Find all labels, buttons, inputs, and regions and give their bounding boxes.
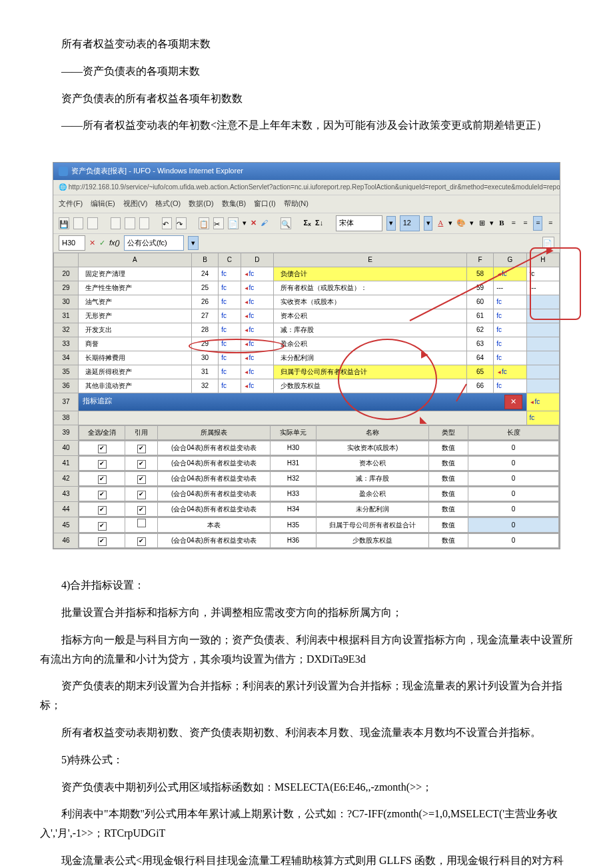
cell[interactable]: 减：库存股 [274,323,467,337]
checkbox-cell[interactable]: ✔ [125,441,158,455]
cell[interactable]: fc [494,379,526,393]
cell[interactable]: 资本公积 [274,309,467,323]
cell[interactable]: ◄fc [241,323,273,337]
cell[interactable]: 商誉 [79,337,192,351]
column-header[interactable]: B [191,253,218,267]
copy-icon[interactable]: 📋 [199,217,209,229]
cell[interactable] [526,295,560,309]
cell[interactable]: ◄fc [241,267,273,281]
cell[interactable]: 66 [466,379,493,393]
cell[interactable]: 无形资产 [79,309,192,323]
column-header[interactable]: D [241,253,273,267]
formula-input[interactable]: 公有公式(fc) [124,235,184,251]
tool-icon[interactable] [87,217,97,229]
cell[interactable]: ◄fc [241,295,273,309]
cell[interactable]: fc [526,411,560,425]
font-dropdown[interactable]: ▾ [386,216,396,231]
cell[interactable]: 开发支出 [79,323,192,337]
dialog-col-select[interactable]: 全选/全消 [79,426,125,440]
cell[interactable]: fc [219,323,241,337]
tool-icon[interactable] [125,217,135,229]
cell[interactable]: fc [494,351,526,365]
row-header[interactable]: 33 [54,337,79,351]
delete-icon[interactable]: ✕ [251,217,257,230]
checkbox-cell[interactable]: ✔ [79,472,125,486]
checkbox-cell[interactable]: ✔ [79,457,125,471]
menu-file[interactable]: 文件(F) [59,197,83,211]
cell[interactable]: fc [219,337,241,351]
row-header[interactable]: 42 [54,471,79,487]
row-header[interactable]: 36 [54,379,79,393]
cell[interactable]: 少数股东权益 [274,379,467,393]
cell[interactable]: --- [494,281,526,295]
cell[interactable]: 60 [466,295,493,309]
cell[interactable]: 59 [466,281,493,295]
dialog-col-len[interactable]: 长度 [468,426,559,440]
cell[interactable] [526,379,560,393]
cell[interactable]: fc [494,309,526,323]
cell[interactable]: 65 [466,365,493,379]
cell[interactable]: 63 [466,337,493,351]
cell[interactable]: 58 [466,267,493,281]
fontsize-dropdown[interactable]: ▾ [424,216,433,231]
cell[interactable]: 29 [191,337,218,351]
cancel-icon[interactable]: ✕ [89,237,95,250]
cell[interactable]: 其他非流动资产 [79,379,192,393]
tool-icon[interactable]: 📄 [542,237,554,249]
cell[interactable]: 25 [191,281,218,295]
checkbox-cell[interactable]: ✔ [125,534,158,548]
row-header[interactable]: 38 [54,411,79,425]
tool-dropdown[interactable]: ▾ [243,217,247,230]
cell[interactable]: 生产性生物资产 [79,281,192,295]
dialog-col-type[interactable]: 类型 [429,426,468,440]
cell[interactable]: 26 [191,295,218,309]
cell[interactable]: ◄fc [241,365,273,379]
cell[interactable]: fc [494,295,526,309]
cell[interactable]: 负债合计 [274,267,467,281]
row-header[interactable]: 20 [54,267,79,281]
cell[interactable] [526,365,560,379]
cell[interactable]: ◄fc [494,267,526,281]
cell[interactable]: ◄fc [241,351,273,365]
sum-icon[interactable]: Σₓ [303,217,311,230]
menu-edit[interactable]: 编辑(E) [91,197,115,211]
spreadsheet[interactable]: ABCDEFGH 20 固定资产清理 24 fc ◄fc 负债合计 58 ◄fc… [53,253,560,549]
cell[interactable] [526,337,560,351]
cell[interactable]: 64 [466,351,493,365]
cell[interactable]: 32 [191,379,218,393]
cell[interactable]: 24 [191,267,218,281]
cell[interactable]: 固定资产清理 [79,267,192,281]
cell[interactable]: 30 [191,351,218,365]
fill-color-icon[interactable]: 🎨 [456,217,466,230]
cell[interactable]: 未分配利润 [274,351,467,365]
column-header[interactable]: H [526,253,560,267]
bold-icon[interactable]: B [498,217,506,230]
cell[interactable]: 28 [191,323,218,337]
cell[interactable]: 实收资本（或股本） [274,295,467,309]
dialog-col-name[interactable]: 名称 [316,426,429,440]
cell[interactable]: fc [219,295,241,309]
row-header[interactable]: 30 [54,295,79,309]
cell[interactable]: fc [219,351,241,365]
menu-view[interactable]: 视图(V) [123,197,148,211]
cell[interactable]: fc [494,337,526,351]
dropdown-icon[interactable]: ▾ [448,217,452,230]
cell[interactable]: 61 [466,309,493,323]
column-header[interactable]: G [494,253,526,267]
cell[interactable]: ◄fc [241,337,273,351]
cut-icon[interactable]: ✂ [213,217,223,229]
checkbox-cell[interactable]: ✔ [79,441,125,455]
checkbox-cell[interactable]: ✔ [125,457,158,471]
save-icon[interactable]: 💾 [59,217,69,229]
fx-icon[interactable]: fx() [109,237,120,250]
address-bar[interactable]: 🌐 http://192.168.10.9/service/~iufo/com.… [53,180,560,195]
redo-icon[interactable]: ↷ [176,217,186,229]
row-header[interactable]: 34 [54,351,79,365]
formula-dropdown[interactable]: ▾ [188,236,199,251]
column-header[interactable]: E [274,253,467,267]
dialog-col-ref[interactable]: 引用 [125,426,158,440]
find-icon[interactable]: 🔍 [281,217,291,229]
row-header[interactable]: 32 [54,323,79,337]
cell[interactable]: 长期待摊费用 [79,351,192,365]
cell[interactable] [526,323,560,337]
